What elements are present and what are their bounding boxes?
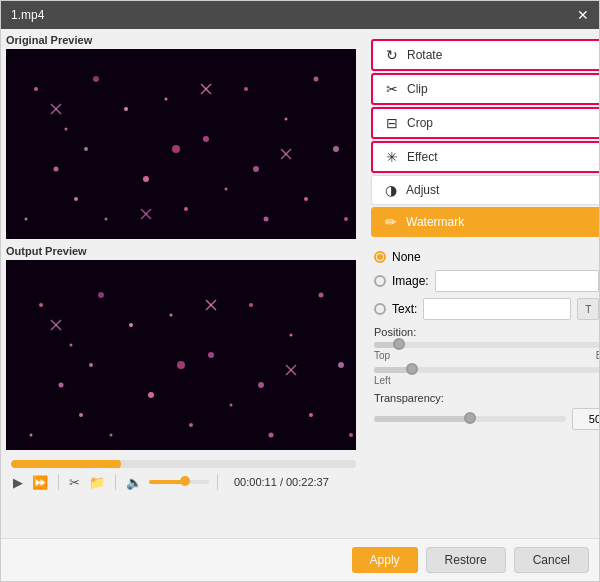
svg-point-20 — [344, 217, 348, 221]
horizontal-position-slider[interactable] — [374, 342, 599, 348]
image-radio[interactable] — [374, 275, 386, 287]
none-label: None — [392, 250, 421, 264]
fast-forward-button[interactable]: ⏩ — [30, 475, 50, 490]
position-label: Position: — [374, 326, 599, 338]
transparency-slider[interactable] — [374, 416, 566, 422]
time-display: 00:00:11 / 00:22:37 — [234, 476, 329, 488]
svg-point-23 — [84, 147, 88, 151]
svg-point-6 — [165, 98, 168, 101]
separator-3 — [217, 474, 218, 490]
svg-point-33 — [39, 303, 43, 307]
restore-button[interactable]: Restore — [426, 547, 506, 573]
watermark-button[interactable]: ✏ Watermark — [371, 207, 599, 237]
watermark-icon: ✏ — [382, 214, 400, 230]
svg-point-7 — [203, 136, 209, 142]
svg-point-8 — [244, 87, 248, 91]
top-label: Top — [374, 350, 390, 361]
svg-point-11 — [74, 197, 78, 201]
output-preview-label: Output Preview — [6, 245, 361, 257]
original-preview-label: Original Preview — [6, 34, 361, 46]
image-label: Image: — [392, 274, 429, 288]
text-radio[interactable] — [374, 303, 386, 315]
apply-button[interactable]: Apply — [352, 547, 418, 573]
clip-label: Clip — [407, 82, 428, 96]
crop-label: Crop — [407, 116, 433, 130]
adjust-button[interactable]: ◑ Adjust — [371, 175, 599, 205]
none-radio[interactable] — [374, 251, 386, 263]
close-button[interactable]: ✕ — [577, 8, 589, 22]
svg-point-37 — [59, 383, 64, 388]
svg-point-39 — [208, 352, 214, 358]
vertical-position-slider[interactable] — [374, 367, 599, 373]
svg-point-36 — [129, 323, 133, 327]
svg-point-14 — [184, 207, 188, 211]
main-window: 1.mp4 ✕ Original Preview — [0, 0, 600, 582]
original-preview-video — [6, 49, 356, 239]
clip-button[interactable]: ✂ Clip — [371, 73, 599, 105]
play-button[interactable]: ▶ — [11, 475, 25, 490]
text-input[interactable] — [423, 298, 571, 320]
timeline-fill — [11, 460, 115, 468]
effect-icon: ✳ — [383, 149, 401, 165]
svg-point-46 — [189, 423, 193, 427]
separator-1 — [58, 474, 59, 490]
crop-icon: ⊟ — [383, 115, 401, 131]
svg-point-34 — [70, 344, 73, 347]
svg-point-4 — [124, 107, 128, 111]
svg-point-51 — [30, 434, 33, 437]
svg-point-1 — [34, 87, 38, 91]
svg-point-22 — [253, 166, 259, 172]
tool-buttons: ↻ Rotate ✂ Clip ⊟ Crop ✳ Effect ◑ Adju — [366, 34, 599, 242]
right-panel: ↻ Rotate ✂ Clip ⊟ Crop ✳ Effect ◑ Adju — [366, 29, 599, 538]
svg-point-9 — [285, 118, 288, 121]
watermark-panel: None Image: … Text: T ▤ — [366, 242, 599, 533]
svg-point-35 — [98, 292, 104, 298]
volume-thumb — [180, 476, 190, 486]
crop-button[interactable]: ⊟ Crop — [371, 107, 599, 139]
svg-point-52 — [349, 433, 353, 437]
timeline-bar[interactable] — [11, 460, 356, 468]
svg-point-54 — [258, 382, 264, 388]
playback-controls-area: ▶ ⏩ ✂ 📁 🔈 00:00:11 / 00:22:37 — [6, 456, 361, 494]
text-option-row: Text: T ▤ — [374, 298, 599, 320]
clip-icon: ✂ — [383, 81, 401, 97]
playback-controls: ▶ ⏩ ✂ 📁 🔈 00:00:11 / 00:22:37 — [11, 474, 356, 490]
separator-2 — [115, 474, 116, 490]
adjust-label: Adjust — [406, 183, 439, 197]
svg-point-40 — [249, 303, 253, 307]
folder-button[interactable]: 📁 — [87, 475, 107, 490]
svg-point-43 — [79, 413, 83, 417]
rotate-button[interactable]: ↻ Rotate — [371, 39, 599, 71]
svg-point-55 — [89, 363, 93, 367]
left-label: Left — [374, 375, 391, 386]
svg-point-42 — [319, 293, 324, 298]
svg-point-17 — [304, 197, 308, 201]
volume-slider[interactable] — [149, 480, 209, 484]
cut-button[interactable]: ✂ — [67, 475, 82, 490]
text-label: Text: — [392, 302, 417, 316]
svg-point-19 — [25, 218, 28, 221]
h-slider-thumb — [393, 338, 405, 350]
svg-point-49 — [309, 413, 313, 417]
image-input[interactable] — [435, 270, 599, 292]
none-option-row: None — [374, 250, 599, 264]
horizontal-labels: Top Bottom — [374, 350, 599, 361]
title-bar: 1.mp4 ✕ — [1, 1, 599, 29]
svg-point-48 — [269, 433, 274, 438]
rotate-icon: ↻ — [383, 47, 401, 63]
preview-area: Original Preview — [1, 29, 366, 538]
bottom-bar: Apply Restore Cancel — [1, 538, 599, 581]
svg-point-41 — [290, 334, 293, 337]
watermark-label: Watermark — [406, 215, 464, 229]
effect-button[interactable]: ✳ Effect — [371, 141, 599, 173]
text-t-button[interactable]: T — [577, 298, 599, 320]
svg-point-53 — [177, 361, 185, 369]
volume-button[interactable]: 🔈 — [124, 475, 144, 490]
cancel-button[interactable]: Cancel — [514, 547, 589, 573]
original-preview-svg — [6, 49, 356, 239]
vertical-labels: Left Right — [374, 375, 599, 386]
transparency-input[interactable]: 50% — [572, 408, 599, 430]
svg-point-13 — [143, 176, 149, 182]
svg-point-21 — [172, 145, 180, 153]
svg-point-12 — [105, 218, 108, 221]
